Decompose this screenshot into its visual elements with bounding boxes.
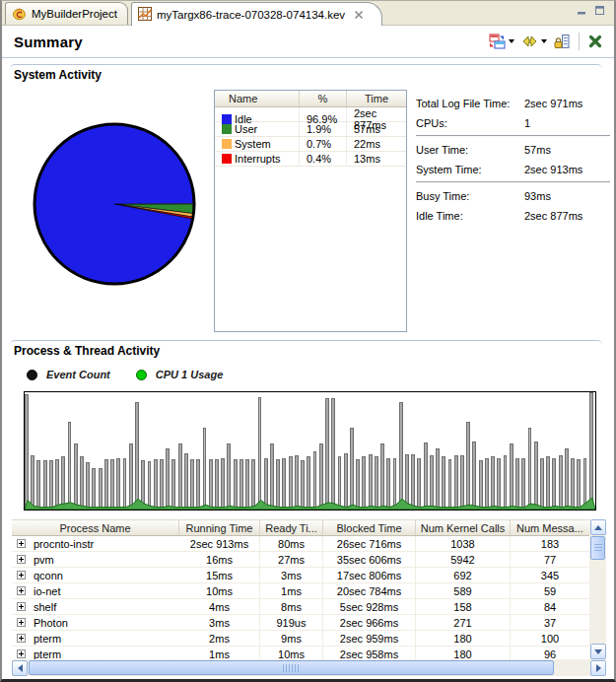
builder-project-icon bbox=[12, 6, 27, 23]
stat-label: System Time: bbox=[416, 164, 524, 175]
expand-icon[interactable] bbox=[17, 539, 26, 548]
process-table-row[interactable]: procnto-instr2sec 913ms80ms26sec 716ms10… bbox=[12, 536, 589, 552]
process-table-column-header[interactable]: Blocked Time bbox=[323, 520, 416, 535]
system-table-column-header[interactable]: % bbox=[300, 91, 347, 106]
process-table-row[interactable]: pvm16ms27ms35sec 606ms594277 bbox=[12, 552, 589, 568]
cpu-usage-dot-icon bbox=[136, 370, 147, 380]
hscrollbar-thumb[interactable] bbox=[29, 660, 554, 675]
process-value-cell: 1038 bbox=[416, 536, 511, 551]
arrow-right-icon bbox=[596, 664, 601, 672]
system-table-column-header[interactable]: Name bbox=[215, 91, 300, 106]
process-value-cell: 37 bbox=[511, 615, 589, 630]
system-table-column-header[interactable]: Time bbox=[347, 91, 406, 106]
process-value-cell: 180 bbox=[416, 631, 511, 646]
process-value-cell: 1ms bbox=[260, 583, 323, 598]
close-icon bbox=[588, 34, 602, 48]
stat-value: 2sec 913ms bbox=[524, 164, 582, 175]
vscrollbar-thumb[interactable] bbox=[590, 536, 605, 560]
process-name-cell: procnto-instr bbox=[32, 536, 179, 551]
process-table-column-header[interactable]: Process Name bbox=[12, 520, 179, 535]
slice-time-value: 22ms bbox=[347, 137, 406, 151]
system-table-row[interactable]: Interrupts0.4%13ms bbox=[215, 152, 406, 167]
scroll-up-button[interactable] bbox=[590, 519, 606, 535]
process-value-cell: 5942 bbox=[416, 552, 511, 567]
process-value-cell: 5sec 928ms bbox=[323, 599, 416, 614]
process-table-row[interactable]: pterm1ms10ms2sec 958ms18096 bbox=[12, 647, 589, 659]
slice-time-value: 13ms bbox=[347, 152, 406, 166]
process-value-cell: 2sec 966ms bbox=[323, 615, 416, 630]
minimize-button[interactable] bbox=[576, 4, 588, 16]
stat-label: Busy Time: bbox=[416, 190, 524, 202]
lock-columns-button[interactable] bbox=[554, 34, 570, 49]
maximize-button[interactable] bbox=[593, 4, 606, 16]
chevron-down-icon bbox=[509, 39, 514, 43]
process-name-cell: pterm bbox=[32, 647, 179, 659]
process-value-cell: 158 bbox=[416, 599, 511, 614]
expand-icon[interactable] bbox=[17, 555, 26, 564]
stat-divider bbox=[416, 135, 610, 137]
system-table-row[interactable]: System0.7%22ms bbox=[215, 137, 406, 152]
process-value-cell: 692 bbox=[416, 568, 511, 582]
system-table-row[interactable]: Idle96.9%2sec 877ms bbox=[215, 107, 406, 122]
system-activity-table-header: Name%Time bbox=[215, 91, 406, 107]
stat-label: User Time: bbox=[416, 144, 524, 156]
scroll-right-button[interactable] bbox=[590, 660, 606, 676]
tab-trace-file[interactable]: myTargx86-trace-070328-074134.kev bbox=[131, 2, 382, 26]
process-table-row[interactable]: qconn15ms3ms17sec 806ms692345 bbox=[12, 568, 589, 583]
process-value-cell: 2sec 959ms bbox=[323, 631, 416, 646]
hscrollbar-track[interactable] bbox=[555, 659, 590, 676]
arrow-up-icon bbox=[594, 525, 602, 530]
process-table-column-header[interactable]: Num Messa... bbox=[511, 520, 589, 535]
tab-my-builder-project[interactable]: MyBuilderProject bbox=[5, 2, 128, 25]
tab-close-icon[interactable] bbox=[354, 10, 364, 20]
process-table-row[interactable]: shelf4ms8ms5sec 928ms15884 bbox=[12, 599, 589, 615]
process-value-cell: 345 bbox=[511, 568, 589, 582]
scroll-left-button[interactable] bbox=[12, 660, 28, 676]
expand-icon[interactable] bbox=[17, 649, 26, 658]
pane-layout-button[interactable] bbox=[489, 34, 514, 49]
close-view-button[interactable] bbox=[588, 34, 602, 48]
process-name-cell: qconn bbox=[32, 568, 179, 582]
system-table-row[interactable]: User1.9%57ms bbox=[215, 122, 406, 137]
table-vscrollbar[interactable] bbox=[589, 519, 606, 659]
process-table-column-header[interactable]: Num Kernel Calls bbox=[416, 520, 511, 535]
process-value-cell: 180 bbox=[416, 647, 511, 659]
stat-value: 93ms bbox=[524, 190, 551, 202]
process-name-cell: io-net bbox=[32, 583, 179, 598]
process-table-column-header[interactable]: Running Time bbox=[179, 520, 260, 535]
expand-icon[interactable] bbox=[17, 634, 26, 643]
expand-icon[interactable] bbox=[17, 602, 26, 611]
stat-label: Total Log File Time: bbox=[416, 98, 524, 109]
process-value-cell: 20sec 784ms bbox=[323, 583, 416, 598]
sync-panes-icon bbox=[521, 34, 538, 49]
process-table-row[interactable]: io-net10ms1ms20sec 784ms58959 bbox=[12, 583, 589, 599]
expand-icon[interactable] bbox=[17, 618, 26, 627]
scroll-down-button[interactable] bbox=[590, 644, 606, 659]
stat-value: 57ms bbox=[524, 144, 551, 156]
expand-icon[interactable] bbox=[17, 586, 26, 595]
sync-panes-button[interactable] bbox=[521, 34, 547, 49]
process-table-row[interactable]: Photon3ms919us2sec 966ms27137 bbox=[12, 615, 589, 631]
process-value-cell: 3ms bbox=[179, 615, 260, 630]
process-value-cell: 4ms bbox=[179, 599, 260, 614]
legend-color-chip-icon bbox=[222, 154, 232, 164]
process-value-cell: 10ms bbox=[260, 647, 323, 659]
table-hscrollbar[interactable] bbox=[12, 659, 606, 676]
stat-row: Total Log File Time:2sec 971ms bbox=[416, 94, 610, 113]
process-value-cell: 16ms bbox=[179, 552, 260, 567]
legend-label-event-count: Event Count bbox=[46, 369, 110, 380]
process-value-cell: 271 bbox=[416, 615, 511, 630]
process-value-cell: 589 bbox=[416, 583, 511, 598]
process-value-cell: 27ms bbox=[260, 552, 323, 567]
process-table-column-header[interactable]: Ready Ti... bbox=[260, 520, 323, 535]
view-title-bar: Summary bbox=[2, 26, 614, 58]
pane-layout-icon bbox=[489, 34, 506, 49]
process-table-row[interactable]: pterm2ms9ms2sec 959ms180100 bbox=[12, 631, 589, 647]
expand-icon[interactable] bbox=[17, 571, 26, 580]
process-value-cell: 2ms bbox=[179, 631, 260, 646]
stat-row: CPUs:1 bbox=[416, 113, 610, 133]
stat-divider bbox=[416, 181, 610, 183]
page-title: Summary bbox=[2, 34, 83, 50]
arrow-left-icon bbox=[18, 664, 23, 672]
summary-content: System Activity Name%Time Idle96.9%2sec … bbox=[2, 58, 614, 679]
